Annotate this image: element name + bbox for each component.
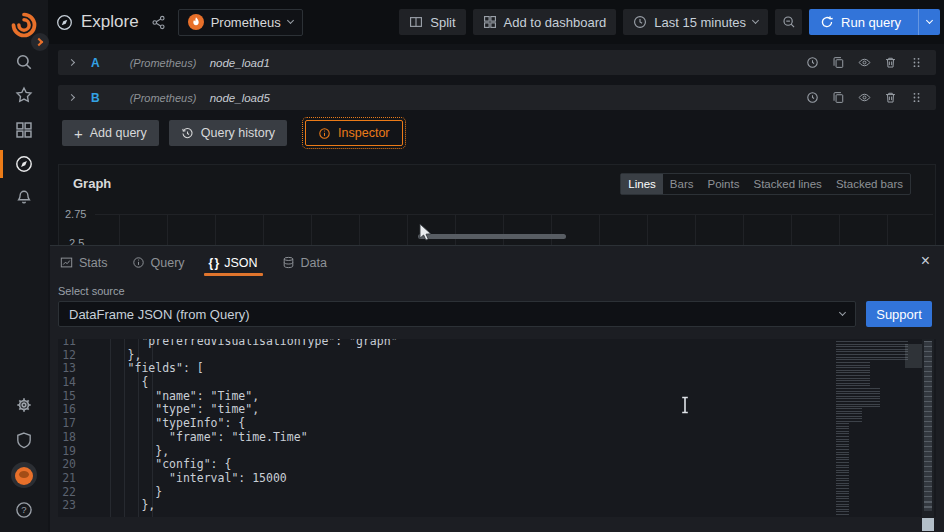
search-icon[interactable] xyxy=(15,53,33,71)
tab-stats[interactable]: Stats xyxy=(58,246,110,279)
y-axis-tick: 2.75 xyxy=(65,208,86,220)
gridlines xyxy=(119,214,933,246)
code-line: 20 "config": { xyxy=(58,458,826,472)
inspector-button[interactable]: Inspector xyxy=(305,120,402,146)
add-query-button[interactable]: + Add query xyxy=(62,120,159,146)
drawer-resize-handle[interactable] xyxy=(418,234,566,239)
history-icon[interactable] xyxy=(806,91,819,104)
support-button[interactable]: Support xyxy=(866,301,932,327)
editor-scrollbar[interactable] xyxy=(922,339,934,517)
graph-mode-toggle: Lines Bars Points Stacked lines Stacked … xyxy=(620,173,911,195)
info-circle-icon xyxy=(318,127,331,140)
dashboards-icon[interactable] xyxy=(15,121,33,139)
split-icon xyxy=(409,15,423,29)
run-query-button[interactable]: Run query xyxy=(809,9,940,35)
sidebar-expand-button[interactable] xyxy=(31,33,49,51)
scrollbar-corner xyxy=(922,518,934,531)
code-line: 12 }, xyxy=(58,349,826,363)
server-admin-shield-icon[interactable] xyxy=(15,431,33,449)
code-lines: 11 "preferredVisualisationType": "graph"… xyxy=(58,339,826,513)
inspector-tabs: Stats Query { } JSON Data × xyxy=(50,246,944,279)
sidebar-active-indicator xyxy=(0,150,3,178)
dashboard-grid-icon xyxy=(483,15,497,29)
mode-bars[interactable]: Bars xyxy=(663,174,701,194)
mode-lines[interactable]: Lines xyxy=(621,174,663,194)
inspector-drawer: Stats Query { } JSON Data × Select sourc… xyxy=(50,245,944,532)
alerting-bell-icon[interactable] xyxy=(15,187,33,205)
query-expression: node_load1 xyxy=(210,57,270,69)
trash-icon[interactable] xyxy=(884,56,897,69)
query-row-b[interactable]: B (Prometheus) node_load5 xyxy=(58,85,936,110)
query-history-button[interactable]: Query history xyxy=(169,120,287,146)
source-select-value: DataFrame JSON (from Query) xyxy=(69,307,250,322)
toolbar: Explore Prometheus Split Add to dashboar… xyxy=(48,0,944,44)
drag-handle-icon[interactable] xyxy=(910,91,923,104)
scrollbar-thumb[interactable] xyxy=(924,341,932,511)
code-line: 11 "preferredVisualisationType": "graph" xyxy=(58,339,826,349)
sync-icon xyxy=(820,15,834,29)
copy-icon[interactable] xyxy=(832,91,845,104)
explore-compass-icon[interactable] xyxy=(15,155,33,173)
datasource-picker[interactable]: Prometheus xyxy=(178,9,303,36)
add-to-dashboard-button[interactable]: Add to dashboard xyxy=(473,9,617,35)
code-line: 22 } xyxy=(58,486,826,500)
help-icon[interactable]: ? xyxy=(15,501,33,519)
code-line: 18 "frame": "time.Time" xyxy=(58,431,826,445)
mode-stacked-lines[interactable]: Stacked lines xyxy=(746,174,828,194)
chevron-down-icon xyxy=(287,17,294,24)
code-line: 16 "type": "time", xyxy=(58,403,826,417)
panel-title: Graph xyxy=(73,176,111,191)
copy-icon[interactable] xyxy=(832,56,845,69)
time-range-picker[interactable]: Last 15 minutes xyxy=(623,9,768,35)
mode-stacked-bars[interactable]: Stacked bars xyxy=(829,174,910,194)
plus-icon: + xyxy=(74,127,83,140)
toolbar-actions: Split Add to dashboard Last 15 minutes R… xyxy=(399,9,940,35)
close-icon[interactable]: × xyxy=(921,251,930,271)
star-icon[interactable] xyxy=(15,86,33,104)
chart-icon xyxy=(60,256,73,269)
query-ref-id: A xyxy=(91,56,100,70)
tab-data[interactable]: Data xyxy=(280,246,329,279)
info-circle-icon xyxy=(132,256,145,269)
share-icon[interactable] xyxy=(151,15,166,30)
run-query-dropdown[interactable] xyxy=(918,9,940,35)
code-line: 19 }, xyxy=(58,445,826,459)
chevron-down-icon xyxy=(752,17,759,24)
tab-json[interactable]: { } JSON xyxy=(207,246,260,279)
trash-icon[interactable] xyxy=(884,91,897,104)
clock-icon xyxy=(633,15,647,29)
minimap-slider[interactable] xyxy=(905,344,923,368)
query-datasource: (Prometheus) xyxy=(130,92,192,104)
mode-points[interactable]: Points xyxy=(701,174,747,194)
drag-handle-icon[interactable] xyxy=(910,56,923,69)
tab-query[interactable]: Query xyxy=(130,246,187,279)
query-actions: + Add query Query history Inspector xyxy=(62,120,403,146)
prometheus-icon xyxy=(188,14,204,30)
chevron-right-icon xyxy=(35,38,43,46)
user-avatar[interactable] xyxy=(11,462,37,488)
sidebar: ? xyxy=(0,0,48,532)
database-icon xyxy=(282,256,295,269)
chevron-right-icon[interactable] xyxy=(68,59,75,66)
eye-icon[interactable] xyxy=(858,56,871,69)
datasource-name: Prometheus xyxy=(211,15,281,30)
chevron-down-icon xyxy=(839,309,846,316)
editor-minimap[interactable] xyxy=(828,339,918,517)
grafana-explore-screen: ? Explore Prometheus Split Add to dashbo xyxy=(0,0,944,532)
split-button[interactable]: Split xyxy=(399,9,465,35)
eye-icon[interactable] xyxy=(858,91,871,104)
chevron-right-icon[interactable] xyxy=(68,94,75,101)
source-select[interactable]: DataFrame JSON (from Query) xyxy=(58,301,856,327)
zoom-out-button[interactable] xyxy=(775,9,802,35)
zoom-out-icon xyxy=(782,15,796,29)
code-line: 13 "fields": [ xyxy=(58,362,826,376)
page-title: Explore xyxy=(81,12,139,32)
history-icon[interactable] xyxy=(806,56,819,69)
configuration-gear-icon[interactable] xyxy=(15,396,33,414)
query-row-a[interactable]: A (Prometheus) node_load1 xyxy=(58,50,936,75)
code-line: 21 "interval": 15000 xyxy=(58,472,826,486)
code-line: 15 "name": "Time", xyxy=(58,390,826,404)
chevron-down-icon xyxy=(926,17,933,24)
source-row: DataFrame JSON (from Query) Support xyxy=(58,301,932,327)
json-code-viewer[interactable]: 11 "preferredVisualisationType": "graph"… xyxy=(58,339,936,517)
